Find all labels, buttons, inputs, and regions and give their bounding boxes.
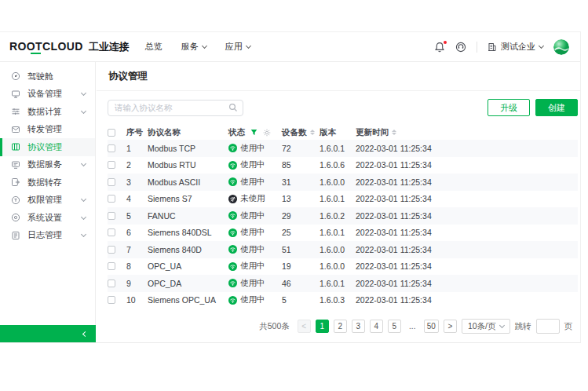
avatar[interactable] [553, 39, 569, 55]
log-icon [11, 231, 20, 240]
cell-no: 10 [126, 295, 148, 305]
notification-dot [444, 41, 447, 44]
sidebar-item-系统设置[interactable]: 系统设置 [0, 209, 95, 227]
sidebar-item-数据计算[interactable]: 数据计算 [0, 103, 95, 121]
sidebar-item-label: 协议管理 [27, 141, 62, 153]
sidebar-item-设备管理[interactable]: 设备管理 [0, 86, 95, 104]
data-dump-icon [11, 177, 20, 187]
row-checkbox[interactable] [108, 195, 115, 203]
protocol-table: 序号 协议名称 状态 设备数 版本 更新时间 [108, 125, 578, 309]
page-button-4[interactable]: 4 [370, 320, 383, 333]
jump-page-input[interactable] [536, 319, 560, 334]
cell-updated: 2022-03-01 11:25:34 [356, 177, 578, 187]
status-not-in-use-icon [228, 195, 237, 203]
create-button[interactable]: 创建 [535, 99, 578, 116]
chevron-down-icon [81, 108, 86, 114]
sidebar-item-数据服务[interactable]: 数据服务 [0, 156, 95, 174]
cell-name: Siemens S7 [148, 194, 228, 203]
nav-item-服务[interactable]: 服务 [181, 41, 206, 53]
device-icon [11, 90, 20, 99]
select-all-checkbox[interactable] [108, 129, 115, 137]
help-icon[interactable] [455, 42, 466, 53]
cell-version: 1.6.0.6 [320, 160, 356, 170]
dashboard-icon [11, 71, 20, 81]
upgrade-button[interactable]: 升级 [488, 99, 530, 116]
page-button-50[interactable]: 50 [424, 320, 439, 333]
cell-devices: 72 [282, 144, 320, 153]
cell-updated: 2022-03-01 11:25:34 [356, 279, 578, 288]
notification-bell-icon[interactable] [434, 42, 445, 53]
filter-icon[interactable] [250, 129, 257, 136]
header-divider [477, 42, 477, 53]
cell-no: 6 [126, 228, 148, 237]
brand-logo: ROOTCLOUD 工业连接 [9, 40, 130, 54]
table-row: 3Modbus ASCII使用中311.6.0.02022-03-01 11:2… [108, 174, 578, 191]
page-size-select[interactable]: 10条/页 [462, 319, 510, 334]
status-in-use-icon [228, 211, 237, 220]
cell-devices: 19 [282, 261, 320, 271]
status-label: 使用中 [240, 159, 265, 170]
top-nav: 总览服务应用 [145, 41, 250, 53]
cell-name: Siemens 840DSL [148, 228, 228, 237]
chevron-down-icon [202, 43, 207, 49]
search-input[interactable] [108, 100, 243, 116]
next-page-button[interactable]: > [444, 320, 457, 333]
cell-status: 使用中 [228, 227, 282, 238]
status-in-use-icon [228, 144, 237, 152]
row-checkbox[interactable] [108, 161, 115, 169]
cell-no: 3 [126, 177, 148, 187]
enterprise-selector[interactable]: 测试企业 [488, 41, 543, 53]
sidebar-item-协议管理[interactable]: 协议管理 [0, 138, 95, 156]
cell-updated: 2022-03-01 11:25:34 [356, 144, 578, 153]
sidebar-item-数据转存[interactable]: 数据转存 [0, 174, 95, 192]
prev-page-button[interactable]: < [298, 320, 311, 333]
permission-icon [11, 196, 20, 205]
cell-name: FANUC [148, 211, 228, 221]
row-checkbox[interactable] [108, 178, 115, 186]
page-button-2[interactable]: 2 [334, 320, 347, 333]
sidebar-item-转发管理[interactable]: 转发管理 [0, 121, 95, 139]
sidebar-collapse-button[interactable] [0, 325, 96, 342]
status-in-use-icon [228, 262, 237, 271]
search-icon[interactable] [228, 103, 238, 112]
sidebar-item-权限管理[interactable]: 权限管理 [0, 192, 95, 210]
page-button-5[interactable]: 5 [388, 320, 401, 333]
cell-updated: 2022-03-01 11:25:34 [356, 295, 578, 305]
chevron-down-icon [81, 90, 86, 96]
row-checkbox[interactable] [108, 262, 115, 270]
cell-version: 1.6.0.0 [320, 261, 356, 271]
sidebar-item-日志管理[interactable]: 日志管理 [0, 227, 95, 245]
nav-item-应用[interactable]: 应用 [225, 41, 250, 53]
cell-name: Siemens 840D [148, 245, 228, 254]
row-checkbox[interactable] [108, 228, 115, 236]
page-button-3[interactable]: 3 [352, 320, 365, 333]
page-ellipsis: ... [406, 320, 419, 333]
gear-icon[interactable] [263, 129, 271, 137]
cell-status: 使用中 [228, 244, 282, 255]
cell-name: Modbus RTU [148, 160, 228, 170]
page-title: 协议管理 [97, 62, 580, 91]
row-checkbox[interactable] [108, 296, 115, 304]
cell-updated: 2022-03-01 11:25:34 [356, 160, 578, 170]
cell-devices: 46 [282, 279, 320, 288]
sidebar: 驾驶舱设备管理数据计算转发管理协议管理数据服务数据转存权限管理系统设置日志管理 [0, 62, 96, 325]
cell-name: Modbus TCP [148, 144, 228, 153]
cell-updated: 2022-03-01 11:25:34 [356, 245, 578, 254]
nav-item-总览[interactable]: 总览 [145, 41, 163, 53]
cell-status: 使用中 [228, 210, 282, 221]
row-checkbox[interactable] [108, 246, 115, 254]
enterprise-name: 测试企业 [501, 41, 535, 53]
row-checkbox[interactable] [108, 144, 115, 152]
sidebar-item-驾驶舱[interactable]: 驾驶舱 [0, 68, 95, 86]
table-row: 7Siemens 840D使用中511.6.0.02022-03-01 11:2… [108, 241, 578, 258]
sort-icon[interactable] [310, 130, 315, 136]
cell-version: 1.6.0.0 [320, 245, 356, 254]
row-checkbox[interactable] [108, 280, 115, 287]
table-row: 1Modbus TCP使用中721.6.0.12022-03-01 11:25:… [108, 140, 578, 157]
status-in-use-icon [228, 279, 237, 287]
sort-icon[interactable] [392, 130, 396, 136]
page-button-1[interactable]: 1 [316, 320, 329, 333]
row-checkbox[interactable] [108, 212, 115, 220]
chevron-left-icon [82, 331, 88, 336]
data-service-icon [11, 160, 20, 170]
